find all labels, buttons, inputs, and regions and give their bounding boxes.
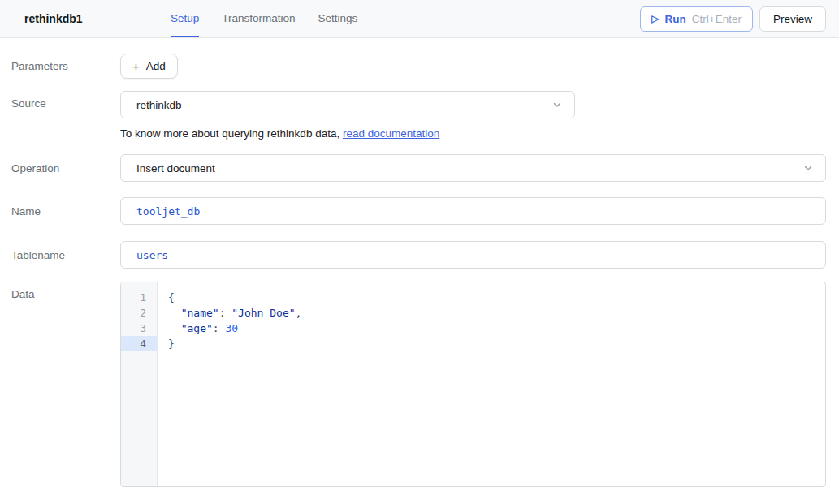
tab-setup[interactable]: Setup	[171, 0, 199, 37]
source-select-value: rethinkdb	[136, 99, 182, 111]
code-editor-gutter: 1234	[121, 282, 158, 486]
line-number: 2	[121, 305, 157, 321]
add-parameter-button[interactable]: + Add	[120, 54, 178, 79]
query-setup-form: Parameters + Add Source rethinkdb To kno…	[0, 38, 839, 487]
source-select[interactable]: rethinkdb	[120, 91, 575, 118]
name-input[interactable]	[120, 197, 826, 225]
name-label: Name	[11, 205, 120, 218]
query-name[interactable]: rethinkdb1	[24, 0, 171, 37]
data-label: Data	[11, 282, 120, 300]
operation-row: Operation Insert document	[11, 154, 826, 182]
data-row: Data 1234 { "name": "John Doe", "age": 3…	[11, 282, 826, 487]
line-number: 1	[121, 290, 157, 305]
tablename-input[interactable]	[120, 241, 826, 269]
code-line[interactable]: "name": "John Doe",	[168, 305, 825, 321]
chevron-down-icon	[802, 162, 814, 174]
tab-settings[interactable]: Settings	[318, 0, 358, 37]
tab-bar: Setup Transformation Settings	[171, 0, 357, 37]
code-line[interactable]: }	[168, 336, 825, 351]
run-button[interactable]: ▷ Run Ctrl+Enter	[640, 6, 753, 32]
header-actions: ▷ Run Ctrl+Enter Preview	[640, 0, 826, 37]
add-parameter-label: Add	[146, 60, 166, 72]
chevron-down-icon	[551, 99, 563, 110]
parameters-label: Parameters	[11, 60, 120, 72]
tablename-label: Tablename	[11, 249, 120, 261]
preview-button-label: Preview	[773, 13, 812, 25]
code-editor-lines[interactable]: { "name": "John Doe", "age": 30}	[158, 282, 825, 486]
source-help-prefix: To know more about querying rethinkdb da…	[120, 127, 343, 140]
name-row: Name	[11, 197, 826, 225]
code-line[interactable]: "age": 30	[168, 321, 825, 336]
line-number: 3	[121, 321, 157, 336]
preview-button[interactable]: Preview	[759, 6, 826, 32]
source-help-text: To know more about querying rethinkdb da…	[120, 127, 826, 140]
source-row: Source rethinkdb To know more about quer…	[11, 91, 826, 140]
code-line[interactable]: {	[168, 290, 825, 305]
run-shortcut-hint: Ctrl+Enter	[692, 13, 742, 25]
query-editor-header: rethinkdb1 Setup Transformation Settings…	[0, 0, 839, 38]
play-icon: ▷	[651, 13, 659, 24]
source-label: Source	[11, 91, 120, 110]
read-documentation-link[interactable]: read documentation	[343, 127, 439, 140]
operation-label: Operation	[11, 162, 120, 174]
data-code-editor[interactable]: 1234 { "name": "John Doe", "age": 30}	[120, 282, 826, 487]
run-button-label: Run	[665, 13, 686, 25]
line-number: 4	[121, 336, 157, 351]
operation-select[interactable]: Insert document	[120, 154, 826, 182]
tab-transformation[interactable]: Transformation	[222, 0, 295, 37]
plus-icon: +	[132, 59, 140, 73]
tablename-row: Tablename	[11, 241, 826, 269]
operation-select-value: Insert document	[136, 162, 215, 174]
parameters-row: Parameters + Add	[11, 54, 826, 79]
